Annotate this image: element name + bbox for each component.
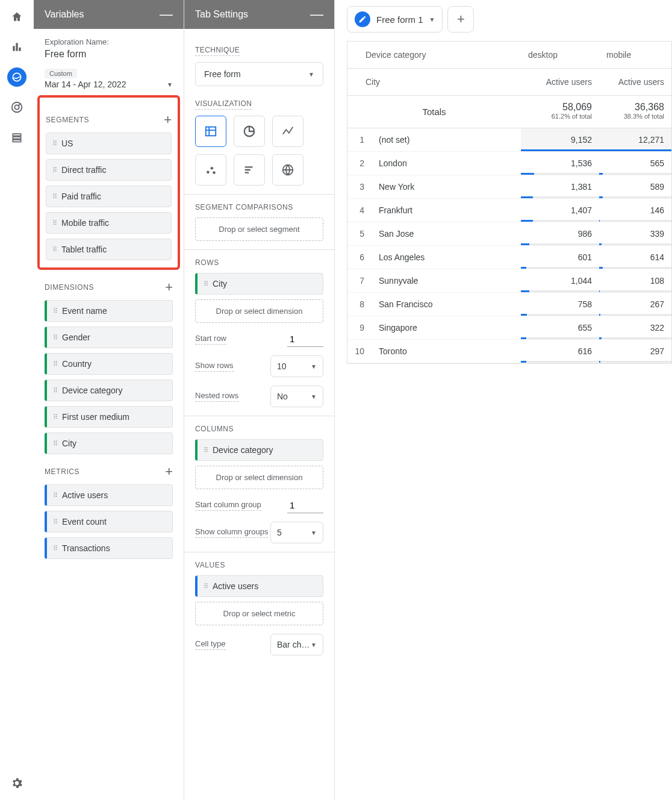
show-rows-label: Show rows (195, 361, 234, 372)
dimension-chip[interactable]: ⠿City (45, 433, 173, 454)
viz-line-button[interactable] (272, 116, 303, 147)
variables-header: Variables — (34, 0, 184, 29)
column-dimension-label: Device category (347, 42, 521, 68)
dimension-chip[interactable]: ⠿Event name (45, 300, 173, 322)
rows-chip-city[interactable]: ⠿City (195, 273, 323, 295)
add-segment-button[interactable]: + (164, 113, 172, 127)
table-row[interactable]: 5San Jose986339 (347, 222, 671, 246)
drag-icon: ⠿ (53, 387, 57, 395)
metrics-title: METRICS (45, 467, 79, 476)
nested-rows-label: Nested rows (195, 391, 238, 402)
nested-rows-select[interactable]: No▼ (270, 386, 323, 407)
tab-free-form-1[interactable]: Free form 1 ▼ (347, 6, 443, 33)
reports-icon[interactable] (7, 37, 26, 57)
drag-icon: ⠿ (204, 280, 208, 288)
segment-drop-zone[interactable]: Drop or select segment (195, 217, 323, 241)
segments-highlight: SEGMENTS + ⠿US⠿Direct traffic⠿Paid traff… (37, 95, 180, 270)
columns-drop-zone[interactable]: Drop or select dimension (195, 466, 323, 489)
exploration-name-value[interactable]: Free form (45, 49, 173, 60)
row-index: 2 (347, 152, 372, 175)
column-desktop[interactable]: desktop (521, 42, 599, 68)
table-row[interactable]: 10Toronto616297 (347, 340, 671, 363)
segment-chip[interactable]: ⠿Direct traffic (46, 159, 172, 181)
rows-title: ROWS (195, 258, 323, 267)
nav-rail (0, 0, 34, 800)
viz-table-button[interactable] (195, 116, 226, 147)
add-tab-button[interactable]: + (447, 6, 474, 33)
chevron-down-icon: ▼ (308, 71, 314, 78)
config-icon[interactable] (7, 128, 26, 147)
row-index: 5 (347, 222, 372, 245)
segment-chip[interactable]: ⠿Mobile traffic (46, 212, 172, 234)
segment-chip[interactable]: ⠿Tablet traffic (46, 239, 172, 260)
row-desktop-value: 758 (521, 293, 599, 316)
row-mobile-value: 12,271 (599, 128, 671, 151)
row-mobile-value: 614 (599, 246, 671, 269)
collapse-settings-button[interactable]: — (310, 7, 323, 22)
show-rows-select[interactable]: 10▼ (270, 355, 323, 377)
date-range-value: Mar 14 - Apr 12, 2022 (45, 80, 126, 89)
start-col-input[interactable] (287, 498, 323, 513)
metric-chip[interactable]: ⠿Transactions (45, 537, 173, 559)
viz-geo-button[interactable] (272, 154, 303, 186)
row-index: 6 (347, 246, 372, 269)
row-index: 10 (347, 340, 372, 363)
tab-settings-header: Tab Settings — (184, 0, 334, 29)
collapse-variables-button[interactable]: — (160, 7, 173, 22)
home-icon[interactable] (7, 7, 26, 27)
viz-scatter-button[interactable] (195, 154, 226, 186)
start-row-input[interactable] (287, 331, 323, 347)
metric-chip[interactable]: ⠿Event count (45, 511, 173, 533)
chevron-down-icon: ▼ (167, 81, 173, 88)
tab-settings-panel: Tab Settings — TECHNIQUE Free form ▼ VIS… (184, 0, 335, 800)
dimension-chip[interactable]: ⠿Country (45, 353, 173, 375)
svg-rect-8 (13, 140, 20, 142)
table-row[interactable]: 2London1,536565 (347, 152, 671, 175)
pencil-icon (355, 11, 370, 27)
canvas-area: Free form 1 ▼ + Device category desktop … (335, 0, 672, 800)
technique-value: Free form (204, 69, 241, 79)
chevron-down-icon: ▼ (311, 363, 317, 370)
dimension-chip[interactable]: ⠿First user medium (45, 406, 173, 428)
explore-icon[interactable] (7, 67, 26, 87)
row-city: New York (372, 175, 521, 198)
dimension-chip[interactable]: ⠿Gender (45, 327, 173, 348)
add-metric-button[interactable]: + (165, 465, 173, 478)
add-dimension-button[interactable]: + (165, 281, 173, 294)
date-range-picker[interactable]: Mar 14 - Apr 12, 2022 ▼ (45, 80, 173, 89)
drag-icon: ⠿ (204, 583, 208, 590)
drag-icon: ⠿ (52, 166, 57, 174)
settings-icon[interactable] (7, 773, 26, 793)
metric-header-mobile[interactable]: Active users (599, 69, 671, 95)
columns-chip-device[interactable]: ⠿Device category (195, 439, 323, 461)
table-row[interactable]: 1(not set)9,15212,271 (347, 128, 671, 152)
svg-point-11 (211, 167, 214, 170)
target-icon[interactable] (7, 98, 26, 117)
values-chip-active-users[interactable]: ⠿Active users (195, 575, 323, 597)
rows-drop-zone[interactable]: Drop or select dimension (195, 299, 323, 323)
tab-settings-title: Tab Settings (195, 9, 248, 20)
row-mobile-value: 267 (599, 293, 671, 316)
row-desktop-value: 655 (521, 316, 599, 339)
column-mobile[interactable]: mobile (599, 42, 671, 68)
table-row[interactable]: 3New York1,381589 (347, 175, 671, 199)
viz-donut-button[interactable] (234, 116, 265, 147)
drag-icon: ⠿ (52, 140, 57, 148)
technique-select[interactable]: Free form ▼ (195, 62, 323, 86)
show-col-select[interactable]: 5▼ (270, 522, 323, 543)
row-desktop-value: 9,152 (521, 128, 599, 151)
table-row[interactable]: 4Frankfurt1,407146 (347, 199, 671, 222)
metric-chip[interactable]: ⠿Active users (45, 484, 173, 506)
table-row[interactable]: 7Sunnyvale1,044108 (347, 269, 671, 293)
viz-bar-button[interactable] (234, 154, 265, 186)
values-drop-zone[interactable]: Drop or select metric (195, 602, 323, 625)
table-row[interactable]: 9Singapore655322 (347, 316, 671, 340)
row-index: 8 (347, 293, 372, 316)
segment-chip[interactable]: ⠿US (46, 133, 172, 154)
table-row[interactable]: 8San Francisco758267 (347, 293, 671, 316)
segment-chip[interactable]: ⠿Paid traffic (46, 186, 172, 207)
dimension-chip[interactable]: ⠿Device category (45, 380, 173, 401)
metric-header-desktop[interactable]: Active users (521, 69, 599, 95)
cell-type-select[interactable]: Bar ch…▼ (270, 634, 323, 655)
table-row[interactable]: 6Los Angeles601614 (347, 246, 671, 269)
